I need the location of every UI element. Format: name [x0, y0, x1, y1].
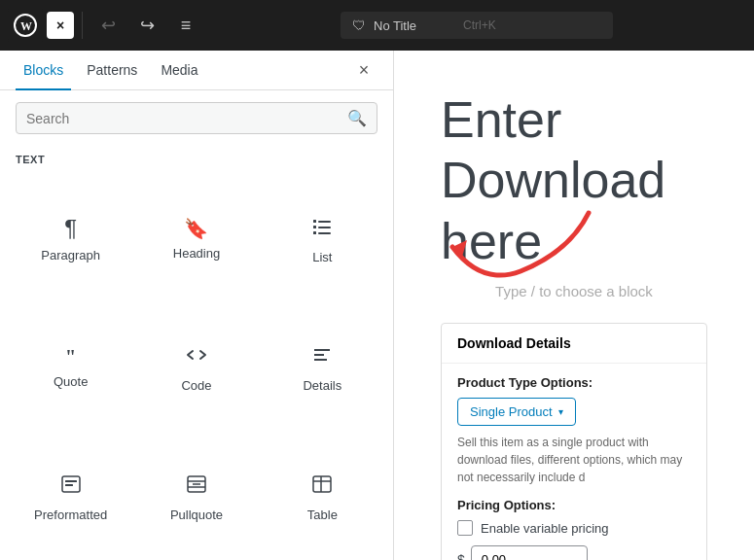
block-item-heading[interactable]: 🔖 Heading — [133, 173, 259, 302]
svg-rect-5 — [318, 227, 331, 228]
search-icon: 🔍 — [347, 109, 367, 127]
wp-logo[interactable]: W — [8, 8, 43, 43]
page-title: No Title — [374, 18, 416, 33]
table-icon — [310, 472, 334, 500]
list-icon — [310, 215, 334, 242]
search-box[interactable]: 🔍 — [16, 102, 377, 134]
product-type-label: Product Type Options: — [457, 375, 691, 390]
pricing-options-label: Pricing Options: — [457, 498, 691, 512]
svg-text:W: W — [20, 19, 32, 33]
category-label: TEXT — [0, 146, 393, 173]
tab-patterns[interactable]: Patterns — [79, 51, 145, 89]
svg-rect-12 — [65, 480, 77, 482]
block-label-code: Code — [181, 378, 211, 393]
block-label-details: Details — [303, 378, 341, 393]
panel-header: Download Details — [442, 324, 706, 364]
panel-body: Product Type Options: Single Product ▾ S… — [442, 364, 706, 560]
code-icon — [185, 343, 208, 370]
details-icon — [310, 343, 334, 370]
editor-content: Enter Download here Type / to choose a b… — [394, 51, 754, 560]
block-label-list: List — [312, 250, 332, 264]
heading-icon: 🔖 — [184, 219, 208, 238]
block-item-preformatted[interactable]: Preformatted — [8, 431, 133, 560]
paragraph-icon: ¶ — [64, 217, 77, 240]
svg-rect-3 — [318, 221, 331, 223]
svg-rect-13 — [65, 484, 73, 486]
block-label-table: Table — [307, 508, 338, 522]
shield-icon: 🛡 — [352, 18, 366, 33]
toolbar: W × ↩ ↪ ≡ 🛡 No Title Ctrl+K — [0, 0, 754, 51]
chevron-down-icon: ▾ — [558, 406, 563, 417]
close-inserter-button[interactable]: × — [47, 12, 74, 39]
block-label-preformatted: Preformatted — [34, 508, 107, 522]
download-details-panel: Download Details Product Type Options: S… — [441, 323, 707, 560]
search-input[interactable] — [26, 111, 347, 126]
svg-rect-2 — [313, 220, 316, 223]
variable-pricing-label: Enable variable pricing — [481, 521, 609, 536]
redo-button[interactable]: ↪ — [129, 8, 164, 43]
block-item-pullquote[interactable]: Pullquote — [133, 431, 259, 560]
block-item-quote[interactable]: " Quote — [8, 302, 133, 432]
price-symbol: $ — [457, 552, 465, 560]
main-area: Blocks Patterns Media × 🔍 TEXT ¶ Paragra… — [0, 51, 754, 560]
block-placeholder: Type / to choose a block — [441, 283, 707, 299]
undo-icon: ↩ — [101, 15, 116, 36]
block-item-code[interactable]: Code — [133, 302, 259, 432]
selected-product-label: Single Product — [470, 404, 553, 419]
variable-pricing-row: Enable variable pricing — [457, 520, 691, 536]
block-item-list[interactable]: List — [260, 173, 385, 302]
svg-rect-4 — [313, 226, 316, 228]
block-label-heading: Heading — [173, 246, 220, 261]
preformatted-icon — [59, 472, 83, 500]
blocks-grid: ¶ Paragraph 🔖 Heading — [0, 173, 393, 560]
block-inserter-sidebar: Blocks Patterns Media × 🔍 TEXT ¶ Paragra… — [0, 51, 394, 560]
variable-pricing-checkbox[interactable] — [457, 520, 473, 536]
price-row: $ — [457, 545, 691, 560]
editor-area: Enter Download here Type / to choose a b… — [394, 51, 754, 560]
svg-rect-18 — [313, 476, 331, 492]
block-item-table[interactable]: Table — [260, 431, 385, 560]
svg-rect-7 — [318, 232, 331, 234]
tab-blocks[interactable]: Blocks — [16, 51, 71, 89]
block-label-paragraph: Paragraph — [41, 248, 100, 262]
svg-rect-6 — [313, 231, 316, 234]
address-bar[interactable]: 🛡 No Title Ctrl+K — [341, 12, 613, 39]
redo-icon: ↪ — [140, 15, 155, 36]
toolbar-center: 🛡 No Title Ctrl+K — [207, 12, 746, 39]
block-item-paragraph[interactable]: ¶ Paragraph — [8, 173, 133, 302]
tab-media[interactable]: Media — [153, 51, 205, 89]
keyboard-shortcut: Ctrl+K — [463, 18, 496, 32]
block-label-quote: Quote — [54, 374, 88, 389]
product-type-select[interactable]: Single Product ▾ — [457, 398, 576, 426]
close-sidebar-button[interactable]: × — [350, 56, 377, 84]
search-area: 🔍 — [0, 90, 393, 146]
sidebar-tabs: Blocks Patterns Media × — [0, 51, 393, 90]
product-type-description: Sell this item as a single product with … — [457, 434, 691, 486]
menu-button[interactable]: ≡ — [168, 8, 203, 43]
block-label-pullquote: Pullquote — [170, 508, 223, 522]
toolbar-separator — [82, 12, 83, 39]
block-item-details[interactable]: Details — [260, 302, 385, 432]
price-input[interactable] — [471, 545, 588, 560]
undo-button[interactable]: ↩ — [90, 8, 126, 43]
pullquote-icon — [185, 472, 208, 500]
page-heading[interactable]: Enter Download here — [441, 89, 707, 271]
menu-icon: ≡ — [181, 16, 192, 36]
quote-icon: " — [65, 347, 76, 367]
